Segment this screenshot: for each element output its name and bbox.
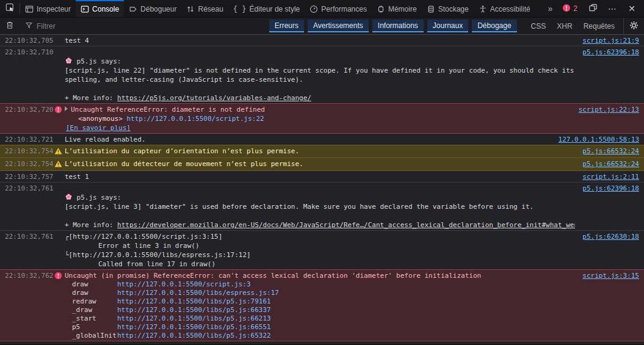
- console-settings-button[interactable]: [623, 18, 644, 34]
- stack-frame-link[interactable]: http://127.0.0.1:5500/libs/p5.js:79161: [117, 297, 271, 306]
- message-text: <anonymous>: [78, 115, 123, 123]
- stack-function-name: p5: [72, 323, 117, 332]
- stack-indent: [65, 297, 72, 306]
- source-location-link[interactable]: p5.js:62396:18: [582, 48, 644, 57]
- filter-button-xhr[interactable]: XHR: [553, 20, 576, 32]
- stack-frame-link[interactable]: http://127.0.0.1:5500/script.js:3: [117, 280, 251, 289]
- message-line: [En savoir plus]: [65, 123, 571, 133]
- tab-accessibility[interactable]: Accessibilité: [474, 0, 535, 17]
- warning-icon: [54, 160, 62, 170]
- stack-function-name: _globalInit: [72, 332, 117, 340]
- message-link[interactable]: http://127.0.0.1:5500/script.js:22: [126, 115, 264, 123]
- filter-button-requêtes[interactable]: Requêtes: [580, 20, 618, 32]
- message-text: [script.js, line 22] "diameter" is not d…: [65, 67, 575, 74]
- source-location-link[interactable]: p5.js:62630:18: [582, 232, 644, 241]
- source-location-link[interactable]: p5.js:66532:24: [582, 159, 644, 169]
- source-location-link[interactable]: p5.js:66532:24: [582, 147, 644, 156]
- meatball-menu-icon[interactable]: ⋯: [602, 4, 622, 13]
- timestamp: 22:10:32,754: [0, 159, 51, 169]
- tab-label: Accessibilité: [490, 5, 530, 13]
- message-line: Error at line 3 in draw(): [65, 241, 575, 250]
- filter-button-journaux[interactable]: Journaux: [427, 20, 468, 32]
- message-link[interactable]: [En savoir plus]: [66, 124, 131, 132]
- console-row-log: 22:10:32,721Live reload enabled.127.0.0.…: [0, 134, 644, 145]
- filter-button-avertissements[interactable]: Avertissements: [308, 20, 369, 32]
- message-line: + More info: https://developer.mozilla.o…: [65, 220, 575, 230]
- tab-label: Stockage: [438, 5, 469, 13]
- stack-frame-link[interactable]: http://127.0.0.1:5500/libs/espress.js:17: [117, 289, 279, 297]
- message-line: [65, 211, 575, 220]
- timestamp: 22:10:32,720: [0, 105, 51, 114]
- memory-icon: [377, 5, 385, 13]
- extra-filter-buttons: CSSXHRRequêtes: [523, 18, 623, 34]
- tab-network[interactable]: Réseau: [181, 0, 228, 17]
- console-filter-bar: ErreursAvertissementsInformationsJournau…: [0, 18, 644, 35]
- console-row-warn: 22:10:32,754L’utilisation du détecteur d…: [0, 158, 644, 171]
- split-console-icon: [588, 3, 598, 14]
- stack-frame-link[interactable]: http://127.0.0.1:5500/libs/p5.js:66213: [117, 314, 271, 323]
- timestamp: 22:10:32,710: [0, 48, 51, 57]
- tab-label: Éditeur de style: [250, 5, 300, 13]
- tab-memory[interactable]: Mémoire: [372, 0, 422, 17]
- tab-label: Mémoire: [388, 5, 417, 13]
- row-gutter: [51, 271, 65, 281]
- panel-tabs: InspecteurConsoleDébogueurRéseau{ }Édite…: [20, 0, 543, 17]
- more-tabs-button[interactable]: »: [543, 0, 558, 17]
- source-location-link[interactable]: script.js:21:9: [582, 36, 644, 45]
- message-text: [script.js, line 3] "diameter" is used b…: [65, 203, 534, 211]
- message-line: Live reload enabled.: [65, 135, 551, 144]
- stack-frame-link[interactable]: http://127.0.0.1:5500/libs/p5.js:66551: [117, 323, 271, 332]
- message-text: test 1: [65, 173, 89, 181]
- devtools-tab-bar: InspecteurConsoleDébogueurRéseau{ }Édite…: [0, 0, 644, 18]
- message-line: <anonymous> http://127.0.0.1:5500/script…: [65, 114, 571, 123]
- message-text: L’utilisation du capteur d’orientation n…: [65, 147, 299, 155]
- tab-console[interactable]: Console: [76, 0, 124, 17]
- stack-frame-link[interactable]: http://127.0.0.1:5500/libs/p5.js:65322: [117, 332, 271, 340]
- message-text: Uncaught (in promise) ReferenceError: ca…: [65, 272, 481, 280]
- split-console-button[interactable]: [583, 3, 602, 14]
- source-location-link[interactable]: 127.0.0.1:5500:58:13: [559, 135, 644, 144]
- pick-element-button[interactable]: [0, 0, 20, 17]
- expand-twisty-icon[interactable]: [65, 106, 68, 111]
- message-line: + More info: https://p5js.org/tutorials/…: [65, 93, 575, 103]
- stack-frame-link[interactable]: http://127.0.0.1:5500/libs/p5.js:66337: [117, 306, 271, 314]
- message-link[interactable]: https://p5js.org/tutorials/variables-and…: [117, 94, 311, 102]
- clear-console-button[interactable]: [0, 21, 20, 31]
- source-location-link[interactable]: p5.js:62396:18: [582, 184, 644, 193]
- tab-style-editor[interactable]: { }Éditeur de style: [228, 0, 305, 17]
- console-row-log: 22:10:32,710 p5.js says:[script.js, line…: [0, 46, 644, 104]
- filter-button-erreurs[interactable]: Erreurs: [269, 20, 304, 32]
- close-devtools-icon[interactable]: ✕: [622, 4, 642, 13]
- stack-frame: _drawhttp://127.0.0.1:5500/libs/p5.js:66…: [65, 306, 575, 314]
- source-location-link[interactable]: script.js:2:11: [582, 172, 644, 181]
- stack-frame: redrawhttp://127.0.0.1:5500/libs/p5.js:7…: [65, 297, 575, 306]
- message-content: Uncaught (in promise) ReferenceError: ca…: [65, 271, 575, 340]
- source-location-link[interactable]: script.js:22:13: [579, 105, 644, 114]
- tab-inspector[interactable]: Inspecteur: [20, 0, 76, 17]
- message-content: test 1: [65, 172, 575, 181]
- error-count-button[interactable]: 2: [557, 4, 582, 14]
- message-text: ┌[http://127.0.0.1:5500/script.js:3:15]: [65, 233, 222, 241]
- message-text: Live reload enabled.: [65, 136, 145, 143]
- row-gutter: [51, 172, 65, 173]
- row-gutter: [51, 105, 65, 115]
- stack-function-name: draw: [72, 280, 117, 289]
- timestamp: 22:10:32,761: [0, 232, 51, 241]
- performance-icon: [309, 5, 318, 13]
- message-content: L’utilisation du détecteur de mouvement …: [65, 159, 575, 169]
- source-location-link[interactable]: script.js:3:15: [582, 271, 644, 280]
- filter-button-informations[interactable]: Informations: [372, 20, 424, 32]
- stack-indent: [65, 314, 72, 323]
- tab-storage[interactable]: Stockage: [422, 0, 474, 17]
- filter-button-css[interactable]: CSS: [527, 20, 550, 32]
- timestamp: 22:10:32,761: [0, 184, 51, 193]
- message-text: p5.js says:: [73, 57, 121, 65]
- row-gutter: [51, 147, 65, 157]
- message-link[interactable]: https://developer.mozilla.org/en-US/docs…: [117, 221, 575, 229]
- tab-label: Débogueur: [140, 5, 176, 13]
- tab-performance[interactable]: Performances: [305, 0, 372, 17]
- filter-button-débogage[interactable]: Débogage: [472, 20, 516, 32]
- tab-debugger[interactable]: Débogueur: [124, 0, 181, 17]
- filter-input[interactable]: [37, 22, 264, 31]
- pick-element-icon: [5, 3, 15, 14]
